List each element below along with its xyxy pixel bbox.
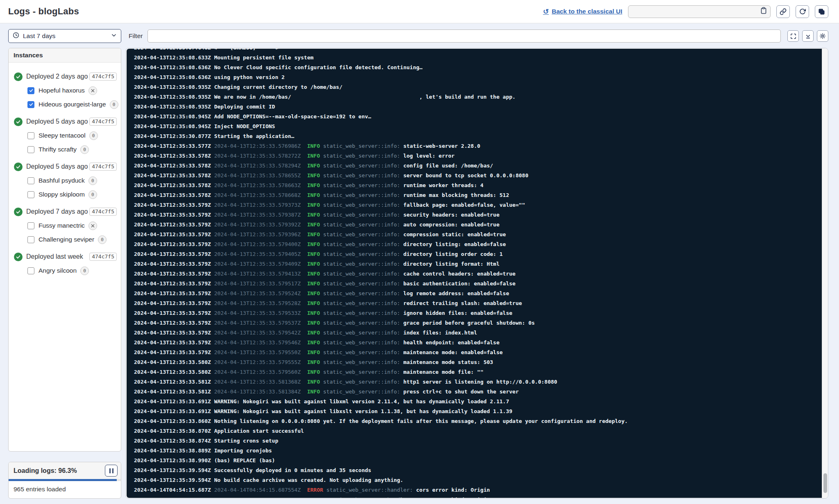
deployment-group-header[interactable]: Deployed 2 days ago474c7f5 (9, 71, 121, 82)
instance-name: Sloppy skiploom (39, 191, 85, 198)
log-timestamp: 2024-04-13T12:35:33.579Z (134, 310, 211, 316)
log-timestamp: 2024-04-13T12:35:33.579Z (134, 330, 211, 336)
log-line: 2024-04-13T12:35:33.580Z 2024-04-13T12:3… (134, 357, 822, 367)
log-precise-timestamp: 2024-04-13T12:35:33.579396Z (214, 231, 301, 237)
log-precise-timestamp: 2024-04-13T12:35:33.579555Z (214, 359, 301, 365)
log-source: static_web_server::info: (323, 241, 400, 247)
scroll-to-bottom-button[interactable] (802, 30, 814, 42)
clock-icon (13, 32, 19, 40)
log-precise-timestamp: 2024-04-13T12:35:33.578663Z (214, 182, 301, 188)
instance-row[interactable]: Hideous gourgeist-large0 (27, 99, 121, 110)
pause-button[interactable] (105, 465, 118, 477)
log-line: 2024-04-13T12:35:33.578Z 2024-04-13T12:3… (134, 161, 822, 171)
instance-checkbox[interactable] (27, 87, 34, 94)
log-message: maintenance mode status: 503 (403, 359, 493, 365)
log-scrollbar-thumb[interactable] (823, 473, 827, 493)
instance-checkbox[interactable] (27, 222, 34, 229)
commit-hash-badge: 474c7f5 (89, 208, 117, 216)
filter-input[interactable] (147, 29, 781, 43)
log-line: 2024-04-13T12:35:33.579Z 2024-04-13T12:3… (134, 318, 822, 328)
log-level: INFO (307, 349, 320, 355)
log-scrollbar[interactable] (822, 48, 828, 498)
refresh-button[interactable] (796, 5, 809, 18)
log-source: static_web_server::info: (323, 153, 400, 159)
log-line: 2024-04-13T12:35:33.579Z 2024-04-13T12:3… (134, 269, 822, 279)
clipboard-icon[interactable] (760, 7, 767, 16)
commit-hash-badge: 474c7f5 (89, 253, 117, 261)
log-line: 2024-04-13T12:35:08.945Z Add NODE_OPTION… (134, 112, 822, 122)
instance-row[interactable]: Challenging seviper0 (27, 234, 121, 245)
log-message: cors error kind: Origin (416, 487, 490, 493)
log-source: static_web_server::info: (323, 290, 400, 296)
instance-checkbox[interactable] (27, 191, 34, 198)
instance-row[interactable]: Sloppy skiploom0 (27, 189, 121, 200)
settings-button[interactable] (817, 30, 828, 42)
scroll-to-bottom-icon (805, 33, 811, 39)
log-level: INFO (307, 339, 320, 346)
log-timestamp: 2024-04-13T12:35:08.935Z (134, 94, 211, 100)
copy-link-button[interactable] (776, 5, 790, 18)
toolbar: Last 7 days Filter (8, 29, 828, 43)
fullscreen-button[interactable] (787, 30, 799, 42)
log-timestamp: 2024-04-13T12:35:38.870Z (134, 428, 211, 434)
log-timestamp: 2024-04-13T12:35:08.636Z (134, 64, 211, 70)
back-to-classical-link[interactable]: ↺ Back to the classical UI (543, 7, 622, 16)
log-line: 2024-04-13T12:35:08.935Z Deploying commi… (134, 102, 822, 112)
log-precise-timestamp: 2024-04-13T12:35:33.579409Z (214, 261, 301, 267)
instance-row[interactable]: Sleepy tentacool0 (27, 130, 121, 141)
app-header: Logs - blogLabs ↺ Back to the classical … (0, 0, 839, 23)
deployment-group: Deployed 7 days ago474c7f5Fussy manectri… (9, 206, 121, 245)
log-message: Starting the application… (214, 133, 295, 139)
log-viewer[interactable]: 2024-04-13T12:35:07.648Z ↳ [SHA256] ↲202… (127, 49, 822, 498)
instance-checkbox[interactable] (27, 132, 34, 139)
log-timestamp: 2024-04-13T12:35:38.990Z (134, 457, 211, 463)
deployed-check-icon (14, 208, 23, 216)
instance-row[interactable]: Angry silcoon0 (27, 265, 121, 276)
log-line: 2024-04-13T12:35:33.579Z 2024-04-13T12:3… (134, 230, 822, 240)
deployment-group-header[interactable]: Deployed 5 days ago474c7f5 (9, 161, 121, 172)
log-message: (bas) REPLACE (bas) (214, 457, 275, 463)
date-range-input[interactable] (632, 8, 760, 15)
build-tools-icon (88, 221, 97, 230)
loading-header: Loading logs: 96.3% (9, 462, 121, 479)
log-source: static_web_server::info: (323, 389, 400, 395)
instance-row[interactable]: Bashful psyduck0 (27, 175, 121, 186)
log-timestamp: 2024-04-14T04:54:15.687Z (134, 487, 211, 493)
instance-row[interactable]: Fussy manectric (27, 220, 121, 231)
log-level: INFO (307, 182, 320, 188)
instance-row[interactable]: Hopeful haxorus (27, 85, 121, 96)
instance-checkbox[interactable] (27, 101, 34, 108)
time-range-select[interactable]: Last 7 days (8, 29, 121, 43)
log-timestamp: 2024-04-13T12:35:33.579Z (134, 261, 211, 267)
log-timestamp: 2024-04-13T12:35:33.579Z (134, 202, 211, 208)
log-message: ↳ [SHA256] ↲ (214, 49, 279, 51)
log-line: 2024-04-13T12:35:33.579Z 2024-04-13T12:3… (134, 210, 822, 220)
log-precise-timestamp: 2024-04-13T12:35:33.578655Z (214, 172, 301, 179)
log-timestamp: 2024-04-13T12:35:33.578Z (134, 172, 211, 179)
log-line: 2024-04-13T12:35:33.691Z WARNING: Nokogi… (134, 407, 822, 416)
log-level: INFO (307, 143, 320, 149)
log-timestamp: 2024-04-13T12:35:33.579Z (134, 290, 211, 296)
date-range-box[interactable] (628, 5, 771, 18)
log-precise-timestamp: 2024-04-13T12:35:33.579517Z (214, 280, 301, 287)
log-level: INFO (307, 192, 320, 198)
instance-checkbox[interactable] (27, 146, 34, 153)
log-line: 2024-04-13T12:35:33.578Z 2024-04-13T12:3… (134, 151, 822, 161)
log-line: 2024-04-13T12:35:33.579Z 2024-04-13T12:3… (134, 220, 822, 230)
log-line: 2024-04-14T04:54:15.687Z 2024-04-14T04:5… (134, 495, 822, 498)
instance-row[interactable]: Thrifty scrafty0 (27, 144, 121, 155)
log-line: 2024-04-13T12:35:33.579Z 2024-04-13T12:3… (134, 348, 822, 357)
instance-checkbox[interactable] (27, 177, 34, 184)
duplicate-view-button[interactable] (815, 5, 828, 18)
instance-checkbox[interactable] (27, 267, 34, 274)
log-line: 2024-04-13T12:35:33.579Z 2024-04-13T12:3… (134, 200, 822, 210)
log-source: static_web_server::info: (323, 182, 400, 188)
deployment-group-header[interactable]: Deployed last week474c7f5 (9, 251, 121, 262)
deployment-group-header[interactable]: Deployed 5 days ago474c7f5 (9, 116, 121, 127)
deployed-check-icon (14, 163, 23, 171)
log-level: INFO (307, 271, 320, 277)
instance-checkbox[interactable] (27, 236, 34, 243)
deployment-group-header[interactable]: Deployed 7 days ago474c7f5 (9, 206, 121, 217)
log-level: INFO (307, 172, 320, 179)
log-timestamp: 2024-04-13T12:35:33.579Z (134, 271, 211, 277)
